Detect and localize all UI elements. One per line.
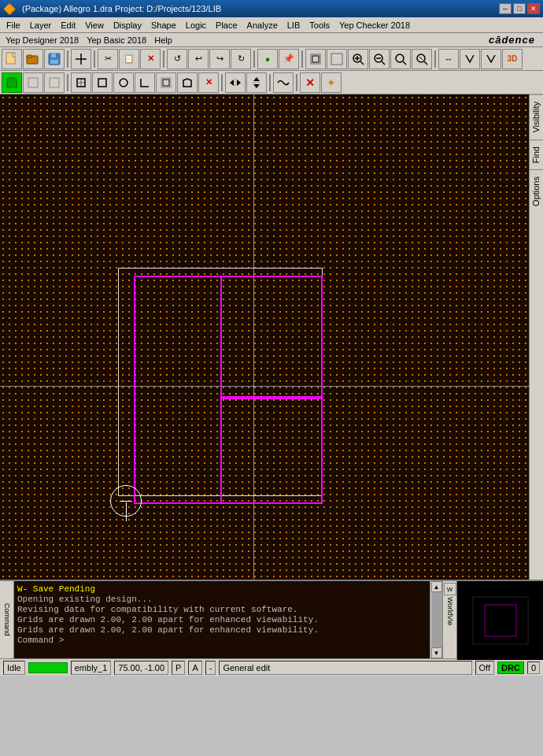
restore-button[interactable]: □ [513,3,526,14]
svg-marker-38 [253,84,260,88]
menu-yep-checker[interactable]: Yep Checker 2018 [334,17,415,33]
menu-file[interactable]: File [2,17,25,33]
canvas-area[interactable] [0,94,529,580]
t2-corner[interactable] [135,72,155,93]
flip-v[interactable] [481,49,501,69]
svg-rect-9 [312,56,319,62]
zoom-prev[interactable] [390,49,411,69]
pcb-magenta-outer [134,276,323,504]
menu-analyze[interactable]: Analyze [242,17,283,33]
menu-yep-designer[interactable]: Yep Designer 2018 [2,35,83,46]
menu-yep-basic[interactable]: Yep Basic 2018 [83,35,150,46]
redo2-button[interactable]: ↻ [231,49,251,69]
run-button[interactable]: ● [257,49,278,69]
open-button[interactable] [23,49,43,69]
t2-mirror-h[interactable] [225,72,246,93]
toolbar2-separator-1 [67,74,68,91]
t2-shape-circle[interactable] [113,72,134,93]
t2-shape-4[interactable] [156,72,176,93]
title-bar: 🔶 (Package) Allegro 1.dra Project: D:/Pr… [0,0,543,17]
svg-rect-29 [98,79,106,87]
svg-rect-2 [27,55,32,57]
new-button[interactable] [2,49,22,69]
t2-shape-rect2[interactable] [92,72,113,93]
active-tool-button[interactable] [2,72,22,93]
menu-layer[interactable]: Layer [25,17,57,33]
menu-shape[interactable]: Shape [146,17,181,33]
svg-marker-37 [253,77,260,81]
toolbar2-separator-3 [269,74,271,91]
cursor-cross-h [120,501,132,502]
drc-button[interactable]: DRC [497,662,524,674]
status-idle: Idle [3,661,25,675]
t2-b3[interactable] [44,72,65,93]
app-icon: 🔶 [3,3,16,15]
t2-delete[interactable]: ✕ [198,72,219,93]
status-bar: Idle embly_1 75.00, -1.00 P A - General … [0,658,543,676]
t2-wave[interactable] [273,72,294,93]
cut-button[interactable]: ✂ [98,49,118,69]
menu-edit[interactable]: Edit [56,17,80,33]
design-name: embly_1 [75,663,108,673]
status-number: 0 [527,662,540,674]
redo-button[interactable]: ↪ [209,49,230,69]
menu-place[interactable]: Place [211,17,242,33]
t2-b2[interactable] [23,72,43,93]
undo2-button[interactable]: ↩ [188,49,209,69]
zoom-extents[interactable] [305,49,326,69]
save-button[interactable] [44,49,65,69]
pcb-outer-rect [118,268,323,496]
menu-help[interactable]: Help [150,35,176,46]
pin-button[interactable]: 📌 [279,49,299,69]
svg-line-12 [360,61,364,65]
console-side-label: Command [3,603,11,636]
console-prompt: Command > [17,636,427,645]
menu-lib[interactable]: LIB [283,17,305,33]
minimize-button[interactable]: ─ [499,3,512,14]
t2-star[interactable]: ✦ [321,72,342,93]
console-line-1: W- Save Pending [17,584,427,594]
zoom-in[interactable] [348,49,368,69]
menu-view[interactable]: View [80,17,109,33]
t2-mirror-v[interactable] [246,72,267,93]
svg-rect-23 [7,78,17,87]
options-tab[interactable]: Options [530,169,543,213]
scroll-up-button[interactable]: ▲ [431,581,442,592]
flip-h[interactable] [460,49,480,69]
console-scrollbar[interactable]: ▲ ▼ [430,581,442,658]
t2-shape-5[interactable] [177,72,198,93]
delete-button[interactable]: ✕ [140,49,161,69]
3d-button[interactable]: 3D [502,49,523,69]
svg-line-22 [419,57,423,60]
console-line-3: Revising data for compatibility with cur… [17,605,427,614]
menu-bar-1: File Layer Edit View Display Shape Logic… [0,17,543,33]
scroll-down-button[interactable]: ▼ [431,647,442,658]
zoom-out[interactable] [369,49,390,69]
cursor-circle [110,485,142,517]
menu-tools[interactable]: Tools [305,17,334,33]
paste-button[interactable]: 📋 [119,49,139,69]
zoom-fit[interactable] [327,49,347,69]
crosshair-vertical [253,94,254,580]
find-tab[interactable]: Find [530,139,543,169]
t2-shape-rect[interactable] [71,72,91,93]
worldview-button[interactable]: W [444,583,456,595]
status-coords: 75.00, -1.00 [114,661,168,675]
status-mode-p: P [172,661,185,675]
scroll-track[interactable] [431,592,442,647]
menu-logic[interactable]: Logic [181,17,211,33]
close-button[interactable]: ✕ [527,3,540,14]
crosshair-button[interactable] [71,49,91,69]
svg-line-19 [403,61,406,65]
menu-display[interactable]: Display [109,17,146,33]
t2-close[interactable]: ✕ [300,72,320,93]
svg-rect-25 [50,78,59,87]
toolbar-separator-2 [94,50,95,68]
visibility-tab[interactable]: Visibility [530,94,543,139]
pan-button[interactable]: ↔ [438,49,459,69]
toolbar-separator-3 [163,50,164,68]
zoom-next[interactable] [412,49,432,69]
sep-text: - [209,663,212,673]
undo-button[interactable]: ↺ [167,49,187,69]
idle-text: Idle [7,663,21,673]
